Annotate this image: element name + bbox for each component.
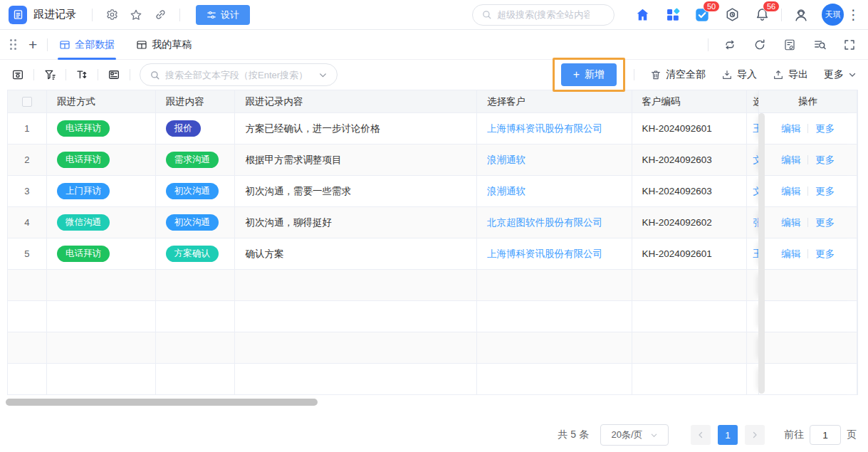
- fullscreen-icon[interactable]: [841, 36, 858, 53]
- notifications-bell-icon[interactable]: 56: [751, 4, 773, 26]
- search-icon: [481, 9, 492, 20]
- design-button[interactable]: 设计: [196, 5, 250, 25]
- edit-link[interactable]: 编辑: [781, 122, 800, 135]
- goto-page: 前往 页: [784, 425, 857, 445]
- prev-page-button[interactable]: [691, 425, 711, 445]
- row-height-icon[interactable]: [9, 65, 27, 84]
- add-view-button[interactable]: +: [28, 37, 37, 52]
- tab-my-drafts[interactable]: 我的草稿: [136, 30, 192, 60]
- edit-link[interactable]: 编辑: [781, 216, 800, 229]
- apps-grid-icon[interactable]: [662, 4, 683, 26]
- clear-all-button[interactable]: 清空全部: [650, 68, 706, 81]
- customer-link[interactable]: 上海博科资讯股份有限公司: [487, 248, 602, 261]
- header-customer[interactable]: 选择客户: [477, 90, 632, 112]
- header-code[interactable]: 客户编码: [632, 90, 748, 112]
- table-row[interactable]: 3 上门拜访 初次沟通 初次沟通，需要一些需求 浪潮通软 KH-20240926…: [8, 175, 857, 206]
- customer-cell: 上海博科资讯股份有限公司: [477, 113, 632, 144]
- header-record[interactable]: 跟进记录内容: [235, 90, 476, 112]
- export-icon: [773, 69, 784, 80]
- tab-all-data[interactable]: 全部数据: [59, 30, 115, 60]
- record-link-icon[interactable]: [781, 36, 798, 53]
- next-page-button[interactable]: [745, 425, 765, 445]
- follow-up-records-app: 跟进记录 设计: [0, 0, 868, 452]
- customer-support-icon[interactable]: [790, 4, 812, 26]
- refresh-icon[interactable]: [751, 36, 768, 53]
- global-search-input[interactable]: [497, 9, 590, 20]
- divider: [807, 249, 808, 258]
- table-row[interactable]: 5 电话拜访 方案确认 确认方案 上海博科资讯股份有限公司 KH-2024092…: [8, 238, 857, 269]
- code-cell: KH-2024092603: [632, 144, 748, 175]
- add-button-highlight: + 新增: [553, 58, 625, 92]
- empty-table-row: [8, 269, 857, 300]
- vertical-scrollbar[interactable]: [758, 113, 765, 394]
- current-page-button[interactable]: 1: [718, 425, 738, 445]
- customer-link[interactable]: 上海博科资讯股份有限公司: [487, 122, 602, 135]
- table-row[interactable]: 4 微信沟通 初次沟通 初次沟通，聊得挺好 北京超图软件股份有限公司 KH-20…: [8, 206, 857, 238]
- select-all-checkbox[interactable]: [22, 97, 32, 107]
- drag-handle-icon[interactable]: [10, 39, 17, 51]
- edit-link[interactable]: 编辑: [781, 185, 800, 198]
- field-search-box[interactable]: [140, 63, 338, 86]
- page-title: 跟进记录: [33, 8, 76, 21]
- divider: [33, 69, 34, 80]
- more-link[interactable]: 更多: [815, 185, 835, 198]
- more-button[interactable]: 更多: [824, 68, 857, 81]
- data-flow-icon[interactable]: [721, 36, 738, 53]
- row-number-cell: 5: [8, 238, 47, 269]
- workflow-icon[interactable]: [721, 4, 743, 26]
- header-content[interactable]: 跟进内容: [156, 90, 236, 112]
- settings-gear-icon[interactable]: [102, 5, 122, 25]
- divider: [92, 9, 93, 21]
- clipped-cell: 文: [747, 176, 758, 206]
- sort-icon[interactable]: [73, 65, 91, 84]
- divider: [634, 69, 634, 80]
- filter-icon[interactable]: [41, 65, 59, 84]
- more-link[interactable]: 更多: [815, 122, 835, 135]
- record-cell: 确认方案: [235, 238, 476, 269]
- todo-tasks-icon[interactable]: 50: [691, 4, 713, 26]
- horizontal-scrollbar-thumb[interactable]: [6, 399, 318, 406]
- method-badge: 电话拜访: [57, 246, 110, 261]
- top-bar-right: 50 56 天琪 ⋮: [472, 4, 859, 26]
- table-header-row: 跟进方式 跟进内容 跟进记录内容 选择客户 客户编码 选 操作: [8, 90, 857, 112]
- edit-link[interactable]: 编辑: [781, 248, 800, 261]
- search-in-view-icon[interactable]: [811, 36, 828, 53]
- import-button[interactable]: 导入: [721, 68, 757, 81]
- clipped-cell: 张: [747, 207, 758, 238]
- goto-page-input[interactable]: [810, 425, 841, 445]
- more-link[interactable]: 更多: [815, 154, 835, 167]
- home-icon[interactable]: [632, 4, 653, 26]
- user-avatar[interactable]: 天琪: [822, 4, 844, 26]
- empty-table-row: [8, 332, 857, 363]
- select-all-cell: [8, 90, 47, 112]
- field-display-icon[interactable]: [105, 65, 123, 84]
- export-button[interactable]: 导出: [773, 68, 808, 81]
- more-link[interactable]: 更多: [815, 216, 835, 229]
- content-badge: 报价: [166, 120, 201, 136]
- code-cell: KH-2024092601: [632, 238, 748, 269]
- add-record-button[interactable]: + 新增: [561, 63, 617, 86]
- global-search-box[interactable]: [472, 4, 615, 26]
- customer-link[interactable]: 浪潮通软: [487, 154, 525, 167]
- top-bar: 跟进记录 设计: [0, 0, 868, 30]
- edit-link[interactable]: 编辑: [781, 154, 800, 167]
- favorite-star-icon[interactable]: [126, 5, 146, 25]
- page-size-value: 20条/页: [611, 429, 642, 441]
- clipped-cell: 王: [747, 113, 758, 144]
- table-row[interactable]: 2 电话拜访 需求沟通 根据甲方需求调整项目 浪潮通软 KH-202409260…: [8, 144, 857, 175]
- more-kebab-icon[interactable]: ⋮: [847, 6, 859, 23]
- field-search-input[interactable]: [165, 70, 313, 80]
- row-number-cell: 4: [8, 207, 47, 238]
- chevron-down-icon[interactable]: [318, 70, 328, 80]
- more-link[interactable]: 更多: [815, 248, 835, 261]
- customer-link[interactable]: 浪潮通软: [487, 185, 525, 198]
- customer-link[interactable]: 北京超图软件股份有限公司: [487, 216, 602, 229]
- header-method[interactable]: 跟进方式: [47, 90, 156, 112]
- design-button-label: 设计: [221, 9, 239, 21]
- table-row[interactable]: 1 电话拜访 报价 方案已经确认，进一步讨论价格 上海博科资讯股份有限公司 KH…: [8, 112, 857, 144]
- trash-icon: [650, 69, 662, 80]
- method-cell: 电话拜访: [47, 113, 156, 144]
- share-link-icon[interactable]: [150, 5, 170, 25]
- page-size-select[interactable]: 20条/页: [600, 424, 669, 446]
- table-view-icon: [136, 39, 147, 51]
